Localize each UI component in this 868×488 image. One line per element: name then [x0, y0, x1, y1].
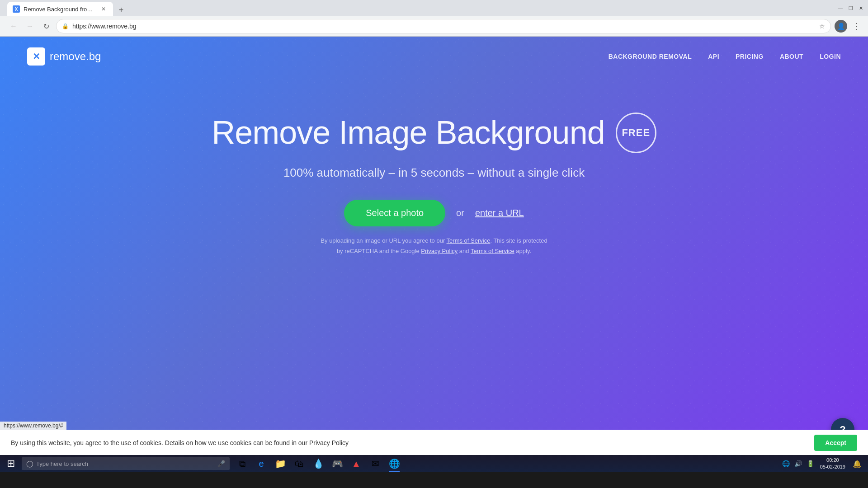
free-badge: FREE: [616, 113, 656, 153]
taskbar-apps: ⧉ e 📁 🛍 💧 🎮 ▲ ✉ 🌐: [233, 455, 403, 472]
search-placeholder-text: Type here to search: [36, 460, 215, 467]
nav-api[interactable]: API: [708, 53, 719, 60]
nav-background-removal[interactable]: BACKGROUND REMOVAL: [609, 53, 692, 60]
cortana-icon: ◯: [26, 460, 33, 467]
cookie-policy-link[interactable]: Privacy Policy: [309, 439, 349, 446]
bookmark-icon[interactable]: ☆: [819, 23, 825, 30]
close-button[interactable]: ✕: [858, 5, 864, 12]
nav-pricing[interactable]: PRICING: [736, 53, 764, 60]
taskbar-search-bar[interactable]: ◯ Type here to search 🎤: [22, 457, 230, 470]
disclaimer-line1: By uploading an image or URL you agree t…: [321, 237, 446, 244]
tab-bar: X Remove Background from Image ✕ +: [4, 0, 835, 16]
minimize-button[interactable]: —: [837, 5, 844, 12]
active-tab[interactable]: X Remove Background from Image ✕: [7, 2, 113, 16]
enter-url-link[interactable]: enter a URL: [475, 208, 524, 218]
address-bar-row: ← → ↻ 🔒 https://www.remove.bg ☆ 👤 ⋮: [0, 16, 868, 36]
windows-icon: ⊞: [7, 458, 15, 469]
select-photo-button[interactable]: Select a photo: [344, 200, 445, 226]
cta-row: Select a photo or enter a URL: [0, 200, 868, 226]
tab-favicon: X: [13, 5, 20, 13]
forward-button[interactable]: →: [24, 20, 36, 33]
microphone-icon: 🎤: [217, 460, 225, 467]
tab-title: Remove Background from Image: [24, 6, 96, 13]
menu-button[interactable]: ⋮: [853, 21, 861, 31]
site-navigation: ✕ remove.bg BACKGROUND REMOVAL API PRICI…: [0, 37, 868, 76]
logo-icon: ✕: [27, 47, 45, 66]
task-view-button[interactable]: ⧉: [233, 455, 251, 472]
explorer-app[interactable]: 📁: [271, 455, 289, 472]
terms-link-1[interactable]: Terms of Service: [447, 237, 491, 244]
hero-section: Remove Image Background FREE 100% automa…: [0, 76, 868, 257]
website-content: ✕ remove.bg BACKGROUND REMOVAL API PRICI…: [0, 37, 868, 455]
chrome-app[interactable]: 🌐: [385, 455, 403, 472]
store-app[interactable]: 🛍: [290, 455, 308, 472]
start-button[interactable]: ⊞: [2, 455, 20, 472]
mail-app[interactable]: ✉: [366, 455, 384, 472]
title-bar: X Remove Background from Image ✕ + — ❐ ✕: [0, 0, 868, 16]
profile-button[interactable]: 👤: [835, 20, 847, 33]
clock-date: 05-02-2019: [820, 464, 845, 470]
window-controls: — ❐ ✕: [837, 5, 864, 12]
browser-chrome: X Remove Background from Image ✕ + — ❐ ✕…: [0, 0, 868, 37]
hero-subtitle: 100% automatically – in 5 seconds – with…: [0, 166, 868, 180]
nav-login[interactable]: LOGIN: [820, 53, 841, 60]
clock-time: 00:20: [826, 457, 839, 464]
cookie-text: By using this website, you agree to the …: [11, 439, 805, 446]
back-button[interactable]: ←: [7, 20, 20, 33]
new-tab-button[interactable]: +: [115, 4, 127, 16]
status-bar-url: https://www.remove.bg/#: [0, 422, 66, 430]
maximize-button[interactable]: ❐: [847, 5, 854, 12]
logo-text: remove.bg: [50, 50, 101, 63]
cookie-banner: By using this website, you agree to the …: [0, 430, 868, 455]
game-app[interactable]: 🎮: [328, 455, 346, 472]
url-text: https://www.remove.bg: [72, 23, 816, 30]
cookie-accept-button[interactable]: Accept: [814, 435, 857, 451]
app1[interactable]: ▲: [347, 455, 365, 472]
tab-close-button[interactable]: ✕: [99, 5, 108, 13]
lock-icon: 🔒: [62, 23, 69, 29]
disclaimer-text: By uploading an image or URL you agree t…: [0, 235, 868, 257]
hero-title-text: Remove Image Background: [212, 115, 604, 150]
nav-about[interactable]: ABOUT: [780, 53, 803, 60]
clock-area[interactable]: 00:20 05-02-2019: [817, 457, 848, 471]
refresh-button[interactable]: ↻: [40, 20, 52, 33]
privacy-policy-link[interactable]: Privacy Policy: [421, 248, 458, 254]
free-badge-text: FREE: [622, 127, 650, 138]
or-text: or: [456, 208, 464, 218]
hero-title: Remove Image Background FREE: [212, 113, 656, 153]
battery-tray-icon[interactable]: 🔋: [805, 460, 816, 467]
dropbox-app[interactable]: 💧: [309, 455, 327, 472]
address-bar[interactable]: 🔒 https://www.remove.bg ☆: [56, 19, 831, 33]
logo-area[interactable]: ✕ remove.bg: [27, 47, 101, 66]
notification-button[interactable]: 🔔: [850, 455, 864, 472]
network-tray-icon[interactable]: 🌐: [781, 460, 791, 467]
volume-tray-icon[interactable]: 🔊: [793, 460, 803, 467]
notification-icon: 🔔: [853, 460, 862, 468]
taskbar-right: 🌐 🔊 🔋 00:20 05-02-2019 🔔: [781, 455, 866, 472]
nav-links: BACKGROUND REMOVAL API PRICING ABOUT LOG…: [609, 53, 841, 60]
edge-app[interactable]: e: [252, 455, 270, 472]
terms-link-2[interactable]: Terms of Service: [471, 248, 514, 254]
taskbar: ⊞ ◯ Type here to search 🎤 ⧉ e 📁 🛍 💧 🎮 ▲ …: [0, 455, 868, 472]
